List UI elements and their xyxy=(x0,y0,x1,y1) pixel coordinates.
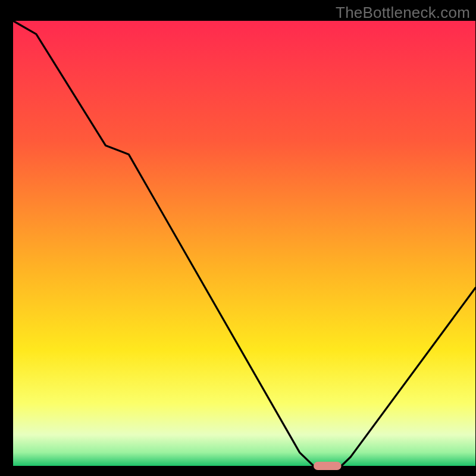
chart-canvas xyxy=(0,0,476,476)
optimal-range-marker xyxy=(314,462,342,470)
bottleneck-chart: TheBottleneck.com xyxy=(0,0,476,476)
chart-background-gradient xyxy=(13,21,475,466)
watermark-text: TheBottleneck.com xyxy=(336,4,470,22)
